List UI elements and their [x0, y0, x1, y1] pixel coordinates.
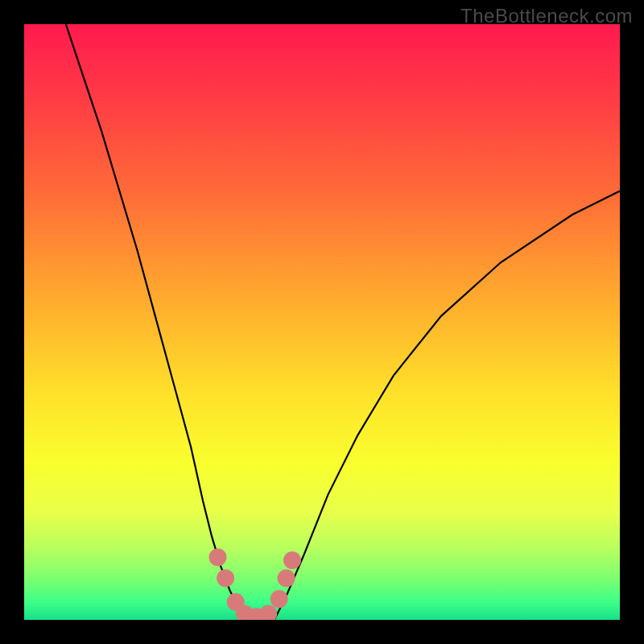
chart-svg — [24, 24, 620, 620]
highlight-dot — [217, 569, 234, 587]
chart-frame: TheBottleneck.com — [0, 0, 644, 644]
highlight-dot — [270, 590, 288, 608]
highlight-dot — [278, 569, 295, 587]
watermark-text: TheBottleneck.com — [460, 5, 633, 27]
gradient-background — [24, 24, 620, 620]
plot-area — [24, 24, 620, 620]
highlight-dot — [209, 548, 227, 566]
highlight-dot — [283, 551, 301, 569]
